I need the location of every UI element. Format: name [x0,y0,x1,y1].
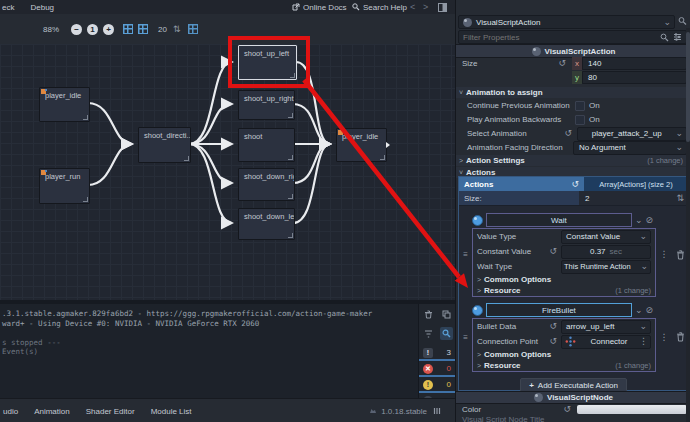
wait-common-options-header[interactable]: ˃ Common Options [473,274,655,285]
graph-node-shoot[interactable]: shoot [238,128,295,162]
firebullet-resource-header[interactable]: ˃ Resource (1 change) [473,360,655,371]
size-y-field[interactable]: 80 [582,71,687,84]
snap-step-spinner-icon[interactable]: ⇅ [173,25,181,34]
continue-prev-checkbox[interactable]: On [575,101,687,111]
expand-panel-icon[interactable] [433,407,441,415]
minimap-toggle-icon[interactable] [188,24,198,34]
drag-handle-icon[interactable]: ≡ [459,302,472,372]
firebullet-common-options-header[interactable]: ˃ Common Options [473,349,655,360]
color-revert-icon[interactable]: ↺ [563,405,571,414]
bottom-tab-audio[interactable]: udio [3,407,18,416]
array-property-tab[interactable]: Actions ↺ [459,177,584,191]
node-resize-corner[interactable] [184,156,189,161]
zoom-in-button[interactable]: + [103,24,114,35]
array-size-spinner-icon[interactable]: ⇅ [676,194,684,203]
back-chevron-icon[interactable]: < [410,3,415,12]
chevron-down-icon: ⌄ [675,143,683,152]
delete-item-icon[interactable] [676,332,685,342]
copy-output-button[interactable] [440,308,453,321]
item-options-dots-icon[interactable]: ⋮ [660,333,669,342]
y-axis-badge: y [572,71,582,84]
search-help-button[interactable]: Search Help [352,3,407,12]
value-type-dropdown[interactable]: Constant Value ⌄ [561,230,651,244]
bottom-tab-shader-editor[interactable]: Shader Editor [86,407,135,416]
search-help-icon [352,3,360,11]
wait-resource-dropdown[interactable]: Wait [486,213,632,227]
filter-messages-button[interactable] [422,327,435,340]
messages-count-badge[interactable]: ! 3 [419,346,455,361]
size-revert-icon[interactable]: ↺ [558,59,566,68]
play-backwards-checkbox[interactable]: On [575,115,687,125]
open-docs-icon[interactable] [678,16,687,26]
panel-layout-icon[interactable] [438,3,447,12]
color-picker-bar[interactable] [577,405,687,414]
chevron-down-icon[interactable]: ⌄ [635,216,643,225]
graph-node-shoot-up-right[interactable]: shoot_up_right [238,90,295,120]
graph-node-shoot-direction[interactable]: shoot_directi... [138,127,191,163]
wait-resource-header[interactable]: ˃ Resource (1 change) [473,285,655,296]
zoom-out-button[interactable]: − [71,24,82,35]
forward-chevron-icon[interactable]: > [423,3,428,12]
item-options-dots-icon[interactable]: ⋮ [660,250,669,259]
size-x-field[interactable]: 140 [582,57,687,70]
filter-properties-box[interactable] [458,30,687,44]
chevron-down-icon[interactable]: ⌄ [635,306,643,315]
node-resize-corner[interactable] [83,115,88,120]
select-animation-revert-icon[interactable]: ↺ [564,129,572,138]
class-section-header[interactable]: VisualScriptAction [456,44,690,58]
clear-output-button[interactable] [422,308,435,321]
node-output-port[interactable] [386,142,390,148]
node-resize-corner[interactable] [288,155,293,160]
select-animation-dropdown[interactable]: player_attack_2_up ⌄ [577,127,687,141]
firebullet-resource-dropdown[interactable]: FireBullet [486,303,632,317]
search-messages-button[interactable] [440,327,453,340]
graph-node-player-idle-right[interactable]: player_idle [336,128,387,162]
errors-count-badge[interactable]: ✕ 0 [419,362,455,377]
filter-properties-input[interactable] [459,33,660,42]
constant-value-revert-icon[interactable]: ↺ [549,247,557,256]
snap-step-value[interactable]: 20 [158,25,167,34]
node-resize-corner[interactable] [83,197,88,202]
graph-node-shoot-up-left[interactable]: shoot_up_left [238,45,297,80]
menu-item-cropped[interactable]: eck [0,0,22,14]
node-resize-corner[interactable] [288,113,293,118]
clear-resource-icon[interactable]: ⊘ [645,306,653,315]
clear-resource-icon[interactable]: ⊘ [645,216,653,225]
filter-options-icon[interactable] [673,33,682,41]
animation-section-header[interactable]: ˅ Animation to assign [456,87,687,98]
object-selector-dropdown[interactable]: VisualScriptAction ⌄ [458,15,675,29]
facing-direction-dropdown[interactable]: No Argument ⌄ [573,141,687,155]
node-resize-corner[interactable] [288,194,293,199]
graph-node-shoot-down-right[interactable]: shoot_down_rig... [238,168,295,201]
graph-node-shoot-down-left[interactable]: shoot_down_left [238,208,295,240]
array-revert-icon[interactable]: ↺ [571,180,579,189]
graph-node-player-idle-left[interactable]: player_idle [39,87,90,122]
connection-point-field[interactable]: Connector ⋮ [561,335,651,349]
bullet-data-revert-icon[interactable]: ↺ [549,322,557,331]
menu-item-debug[interactable]: Debug [22,0,62,14]
node-resize-corner[interactable] [380,155,385,160]
array-size-field[interactable]: 2 ⇅ [579,191,688,205]
graph-canvas[interactable]: player_idle player_run shoot_directi... … [0,44,455,300]
warnings-count-badge[interactable]: ! 0 [419,378,455,393]
connector-menu-dots-icon[interactable]: ⋮ [639,337,648,346]
array-type-tab[interactable]: Array[Actions] (size 2) [584,177,688,191]
delete-item-icon[interactable] [676,250,685,260]
constant-value-field[interactable]: 0.37 sec [561,245,651,259]
bullet-data-dropdown[interactable]: arrow_up_left ⌄ [561,320,651,334]
wait-type-dropdown[interactable]: This Runtime Action ⌄ [561,260,651,274]
connection-point-revert-icon[interactable]: ↺ [549,337,557,346]
bottom-tab-animation[interactable]: Animation [34,407,70,416]
inspector-scrollbar[interactable] [686,28,690,422]
action-settings-header[interactable]: ˃ Action Settings (1 change) [456,155,687,166]
snap-grid-icon[interactable] [123,24,133,34]
zoom-reset-button[interactable]: 1 [87,24,98,35]
drag-handle-icon[interactable]: ≡ [459,212,472,297]
node-resize-corner[interactable] [288,233,293,238]
node-resize-corner[interactable] [290,73,295,78]
graph-node-player-run[interactable]: player_run [39,168,90,204]
bottom-tab-module-list[interactable]: Module List [151,407,192,416]
snap-guides-icon[interactable] [138,24,148,34]
scrollbar-thumb[interactable] [686,32,690,142]
online-docs-button[interactable]: Online Docs [292,3,347,12]
